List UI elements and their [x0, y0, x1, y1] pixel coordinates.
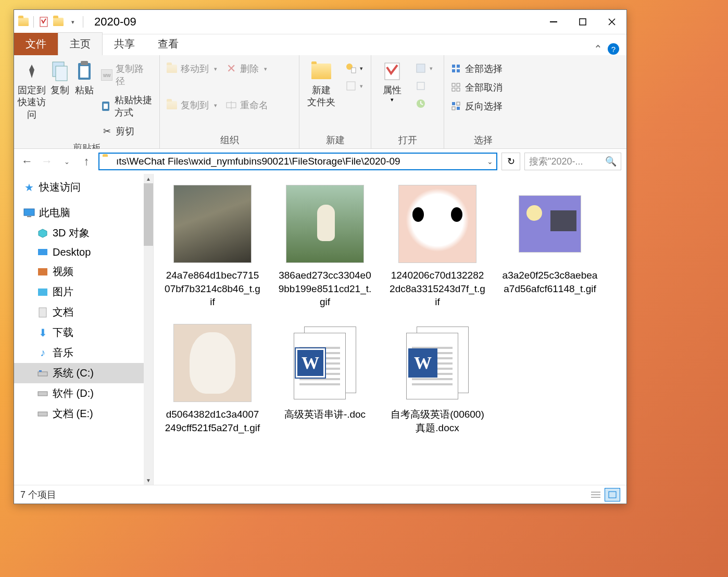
search-box[interactable]: 搜索"2020-... 🔍: [524, 153, 621, 170]
rename-button[interactable]: 重命名: [222, 97, 271, 114]
delete-button[interactable]: ✕删除▾: [222, 60, 271, 77]
svg-rect-21: [452, 69, 455, 72]
history-button[interactable]: [412, 96, 436, 111]
file-item[interactable]: a3a2e0f25c3c8aebeaa7d56afcf61148_t.gif: [501, 183, 598, 309]
sidebar-item-thispc[interactable]: 此电脑: [14, 203, 153, 223]
properties-icon: [381, 60, 403, 82]
sidebar-scrollbar[interactable]: ▲ ▼: [144, 174, 153, 485]
newitem-button[interactable]: ▾: [342, 60, 366, 76]
qat-dropdown-icon[interactable]: ▾: [67, 16, 79, 28]
minimize-button[interactable]: [539, 10, 568, 34]
file-thumbnail: [172, 183, 253, 265]
tab-share[interactable]: 共享: [103, 33, 146, 55]
file-name: 24a7e864d1bec771507bf7b3214c8b46_t.gif: [164, 269, 261, 309]
view-icons-button[interactable]: [605, 488, 620, 501]
copyto-button[interactable]: 复制到▾: [163, 97, 220, 114]
edit-icon: [415, 80, 426, 92]
pin-quickaccess-button[interactable]: 固定到快速访问: [17, 57, 46, 121]
collapse-ribbon-icon[interactable]: ⌃: [594, 43, 603, 55]
close-button[interactable]: [597, 10, 626, 34]
status-text: 7 个项目: [20, 488, 56, 501]
easyaccess-button[interactable]: ▾: [342, 78, 366, 94]
moveto-button[interactable]: 移动到▾: [163, 60, 220, 77]
ribbon: 固定到快速访问 复制 粘贴 ww复制路径 粘贴快捷方式 ✂剪切 剪贴板: [14, 55, 626, 149]
cut-icon: ✂: [101, 126, 112, 137]
file-name: 自考高级英语(00600)真题.docx: [389, 408, 486, 434]
new-group-label: 新建: [303, 132, 368, 148]
svg-rect-26: [457, 88, 460, 91]
selectall-icon: [450, 63, 462, 74]
file-item[interactable]: 1240206c70d1322822dc8a3315243d7f_t.gif: [389, 183, 486, 309]
moveto-icon: [166, 63, 178, 74]
organize-group-label: 组织: [163, 132, 296, 148]
file-item[interactable]: W自考高级英语(00600)真题.docx: [389, 322, 486, 434]
paste-button[interactable]: 粘贴: [73, 57, 96, 96]
scroll-up-icon[interactable]: ▲: [144, 174, 153, 183]
back-button[interactable]: ←: [19, 154, 35, 169]
file-list[interactable]: 24a7e864d1bec771507bf7b3214c8b46_t.gif38…: [154, 174, 626, 485]
file-name: 386aed273cc3304e09bb199e8511cd21_t.gif: [277, 269, 373, 309]
copy-button[interactable]: 复制: [48, 57, 71, 96]
address-text: ıts\WeChat Files\wxid_nymfubins90021\Fil…: [116, 156, 400, 167]
qat-properties-icon[interactable]: [37, 16, 50, 28]
file-name: d5064382d1c3a4007249cff521f5a27d_t.gif: [164, 408, 261, 434]
sidebar-item-desktop[interactable]: Desktop: [14, 243, 153, 261]
tab-view[interactable]: 查看: [146, 33, 190, 55]
sidebar-item-music[interactable]: ♪音乐: [14, 343, 153, 363]
tab-file[interactable]: 文件: [14, 33, 58, 55]
pasteshortcut-button[interactable]: 粘贴快捷方式: [98, 92, 156, 121]
copypath-button[interactable]: ww复制路径: [98, 60, 156, 90]
up-button[interactable]: ↑: [79, 154, 94, 169]
svg-rect-17: [417, 82, 424, 90]
view-details-button[interactable]: [588, 488, 604, 501]
history-dropdown[interactable]: ⌄: [59, 154, 74, 169]
scroll-thumb[interactable]: [144, 183, 153, 246]
maximize-button[interactable]: [568, 10, 597, 34]
sidebar-item-3dobjects[interactable]: 3D 对象: [14, 223, 153, 243]
sidebar-item-quickaccess[interactable]: ★快速访问: [14, 177, 153, 197]
svg-rect-37: [38, 372, 47, 376]
videos-icon: [37, 266, 48, 278]
svg-rect-32: [27, 216, 31, 217]
file-item[interactable]: 24a7e864d1bec771507bf7b3214c8b46_t.gif: [164, 183, 261, 309]
cut-button[interactable]: ✂剪切: [98, 123, 156, 140]
open-button[interactable]: ▾: [412, 60, 436, 76]
rename-icon: [225, 99, 237, 111]
pasteshortcut-icon: [101, 101, 111, 112]
svg-rect-22: [457, 69, 460, 72]
newfolder-button[interactable]: 新建 文件夹: [303, 57, 340, 109]
drive-icon: [37, 408, 48, 420]
svg-rect-40: [38, 412, 47, 416]
sidebar-item-downloads[interactable]: ⬇下载: [14, 322, 153, 343]
svg-rect-14: [347, 82, 355, 90]
svg-rect-34: [38, 268, 47, 275]
tab-home[interactable]: 主页: [58, 32, 103, 55]
selectall-button[interactable]: 全部选择: [447, 60, 506, 77]
pictures-icon: [37, 286, 48, 298]
address-dropdown-icon[interactable]: ⌄: [487, 157, 493, 166]
help-icon[interactable]: ?: [608, 43, 619, 55]
delete-icon: ✕: [225, 63, 237, 74]
file-item[interactable]: d5064382d1c3a4007249cff521f5a27d_t.gif: [164, 322, 261, 434]
navbar: ← → ⌄ ↑ ıts\WeChat Files\wxid_nymfubins9…: [14, 149, 626, 174]
sidebar-item-drive-c[interactable]: 系统 (C:): [14, 363, 153, 383]
sidebar-item-pictures[interactable]: 图片: [14, 282, 153, 302]
edit-button[interactable]: [412, 78, 436, 94]
selectnone-button[interactable]: 全部取消: [447, 79, 506, 96]
address-bar[interactable]: ıts\WeChat Files\wxid_nymfubins90021\Fil…: [98, 153, 497, 170]
qat-folder-icon[interactable]: [52, 16, 65, 28]
sidebar-item-drive-e[interactable]: 文档 (E:): [14, 404, 153, 424]
sidebar-item-drive-d[interactable]: 软件 (D:): [14, 383, 153, 404]
scroll-down-icon[interactable]: ▼: [144, 475, 153, 485]
file-thumbnail: [284, 183, 366, 265]
refresh-button[interactable]: ↻: [501, 153, 520, 170]
window-controls: [539, 10, 626, 34]
sidebar-item-videos[interactable]: 视频: [14, 261, 153, 282]
file-item[interactable]: 386aed273cc3304e09bb199e8511cd21_t.gif: [277, 183, 373, 309]
svg-rect-25: [452, 88, 455, 91]
file-item[interactable]: W高级英语串讲-.doc: [277, 322, 373, 434]
invertsel-button[interactable]: 反向选择: [447, 98, 506, 115]
properties-button[interactable]: 属性 ▾: [374, 57, 410, 103]
drive-icon: [37, 388, 48, 399]
sidebar-item-documents[interactable]: 文档: [14, 302, 153, 322]
